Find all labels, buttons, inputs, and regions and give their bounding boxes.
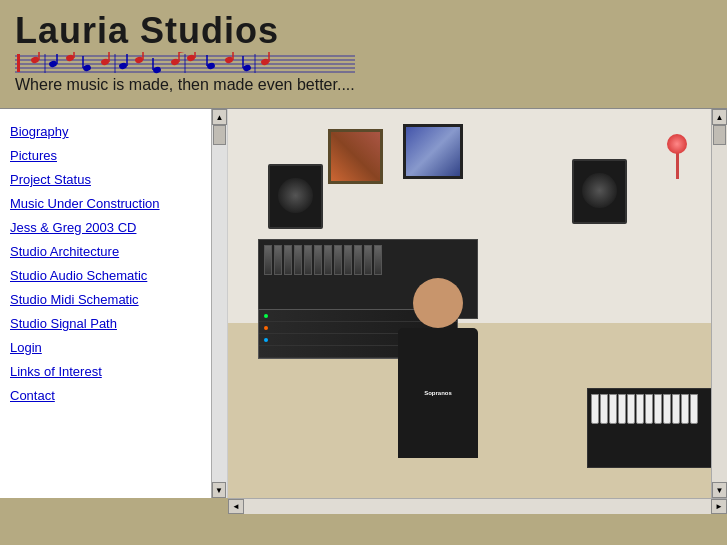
nav-item-music-under-construction[interactable]: Music Under Construction xyxy=(10,191,207,215)
content-scroll-up[interactable]: ▲ xyxy=(712,109,727,125)
bottom-scrollbar[interactable]: ◄ ► xyxy=(228,498,727,514)
h-scroll-left[interactable]: ◄ xyxy=(228,499,244,514)
monitor-speaker-right xyxy=(572,159,627,224)
shirt-text: Sopranos xyxy=(424,390,452,396)
svg-point-24 xyxy=(186,54,195,62)
svg-point-33 xyxy=(260,58,269,66)
svg-rect-5 xyxy=(17,54,20,72)
person-body: Sopranos xyxy=(398,328,478,458)
main-content-area: BiographyPicturesProject StatusMusic Und… xyxy=(0,108,727,498)
svg-point-20 xyxy=(152,66,161,74)
nav-item-contact[interactable]: Contact xyxy=(10,383,207,407)
h-scroll-track xyxy=(244,499,711,514)
nav-item-pictures[interactable]: Pictures xyxy=(10,143,207,167)
content-scroll-thumb[interactable] xyxy=(713,125,726,145)
svg-point-14 xyxy=(100,58,109,66)
scroll-track xyxy=(712,125,727,482)
content-scroll-down[interactable]: ▼ xyxy=(712,482,727,498)
nav-item-biography[interactable]: Biography xyxy=(10,119,207,143)
studio-photo: Sopranos xyxy=(228,109,727,498)
nav-item-studio-architecture[interactable]: Studio Architecture xyxy=(10,239,207,263)
sidebar-scroll-up[interactable]: ▲ xyxy=(212,109,227,125)
svg-point-10 xyxy=(65,54,74,62)
content-area: Sopranos ▲ xyxy=(228,109,727,498)
nav-item-studio-signal-path[interactable]: Studio Signal Path xyxy=(10,311,207,335)
plant-decoration xyxy=(657,139,697,199)
sidebar-scrollbar[interactable]: ▲ ▼ xyxy=(211,109,227,498)
nav-item-login[interactable]: Login xyxy=(10,335,207,359)
mixer-faders xyxy=(259,240,477,280)
wall-frame-1 xyxy=(328,129,383,184)
sidebar: BiographyPicturesProject StatusMusic Und… xyxy=(0,109,228,498)
h-scroll-right[interactable]: ► xyxy=(711,499,727,514)
nav-item-studio-midi-schematic[interactable]: Studio Midi Schematic xyxy=(10,287,207,311)
nav-item-jess-greg-2003[interactable]: Jess & Greg 2003 CD xyxy=(10,215,207,239)
nav-links: BiographyPicturesProject StatusMusic Und… xyxy=(0,115,227,411)
svg-point-8 xyxy=(48,60,57,68)
nav-item-studio-audio-schematic[interactable]: Studio Audio Schematic xyxy=(10,263,207,287)
wall-frame-2 xyxy=(403,124,463,179)
person-figure: Sopranos xyxy=(388,278,488,478)
person-head xyxy=(413,278,463,328)
svg-point-31 xyxy=(242,64,251,72)
svg-point-22 xyxy=(170,58,179,66)
svg-point-27 xyxy=(206,62,215,70)
site-title: Lauria Studios xyxy=(15,10,712,52)
svg-point-16 xyxy=(118,62,127,70)
svg-point-6 xyxy=(30,56,39,64)
speaker-cone-left xyxy=(278,178,313,213)
monitor-speaker-left xyxy=(268,164,323,229)
keyboard-keys xyxy=(588,389,716,429)
svg-point-29 xyxy=(224,56,233,64)
nav-item-links-of-interest[interactable]: Links of Interest xyxy=(10,359,207,383)
svg-point-18 xyxy=(134,56,143,64)
music-notation-decoration xyxy=(15,52,712,74)
speaker-cone-right xyxy=(582,173,617,208)
content-scrollbar[interactable]: ▲ ▼ xyxy=(711,109,727,498)
site-tagline: Where music is made, then made even bett… xyxy=(15,76,712,100)
keyboard-instrument xyxy=(587,388,717,468)
nav-item-project-status[interactable]: Project Status xyxy=(10,167,207,191)
svg-point-12 xyxy=(82,64,91,72)
sidebar-scroll-thumb[interactable] xyxy=(213,125,226,145)
site-header: Lauria Studios xyxy=(0,0,727,108)
sidebar-scroll-down[interactable]: ▼ xyxy=(212,482,226,498)
